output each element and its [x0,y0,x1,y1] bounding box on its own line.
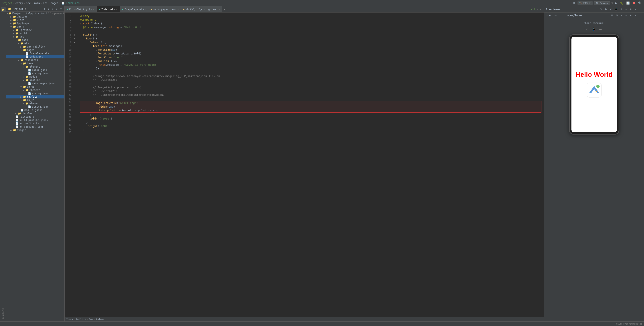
tree-gitignore[interactable]: ▶ 📄 .gitignore [6,115,64,119]
device-more-btn[interactable]: ••• [599,28,602,31]
close-tree-icon[interactable]: ✕ [59,7,63,11]
tree-src[interactable]: ▼ 📁 src [6,35,64,38]
tree-colorjson[interactable]: ▶ 📄 color.json [6,68,64,72]
breadcrumb-project[interactable]: Project [2,2,12,5]
collapse-icon[interactable]: ≡ [47,7,50,11]
tree-zh-cn[interactable]: ▼ 📁 zh_CN [6,98,64,102]
tree-en-us[interactable]: ▼ 📁 en_US [6,85,64,88]
tab-indexets[interactable]: ● Index.ets ✕ [97,6,120,13]
tree-modulejson[interactable]: ▶ 📄 module.json5 [6,108,64,112]
tree-main[interactable]: ▼ 📁 main [6,38,64,42]
tree-appscope[interactable]: ▶ 📁 AppScope [6,22,64,25]
tree-mainpages[interactable]: ▶ 📄 main_pages.json [6,82,64,85]
tree-idea[interactable]: ▶ 📁 .idea [6,18,64,22]
activity-project[interactable]: 📁 [1,7,6,12]
preview-orient-icon[interactable]: ⤢ [609,8,612,11]
project-dropdown-arrow[interactable]: ▼ [25,8,26,10]
breadcrumb-ets[interactable]: ets [43,2,48,5]
tab-close-indexets[interactable]: ✕ [116,8,118,11]
tabs-more[interactable]: ▼ [222,8,227,11]
settings-icon[interactable]: ⚙ [572,1,576,5]
prev-device-btn[interactable]: ◁ [586,28,588,31]
no-devices-button[interactable]: No Devices [594,1,610,5]
breadcrumb-entry[interactable]: entry [16,2,23,5]
tree-entryability[interactable]: ▶ 📁 entryability [6,45,64,48]
settings-tree-icon[interactable]: ⚙ [54,7,58,11]
tab-entryability[interactable]: ● EntryAbility.ts ✕ [65,6,97,13]
preview-multi-icon[interactable]: ⊟ [615,14,618,17]
sync-icon[interactable]: ⊕ [43,7,46,11]
tab-close-entryability[interactable]: ✕ [93,8,94,11]
tab-zhcnstring[interactable]: ● zh_CN\...\string.json ✕ [181,6,222,13]
tab-icon-imagepage: ● [122,8,123,11]
tree-media[interactable]: ▶ 📁 media [6,75,64,78]
tree-stringjson-enus[interactable]: ▶ 📄 string.json [6,92,64,95]
tree-base[interactable]: ▼ 📁 base [6,62,64,65]
profile-button[interactable]: 📊 [626,1,630,5]
run-button[interactable]: ▶ [614,1,618,5]
tree-element[interactable]: ▶ 📁 element [6,65,64,68]
tree-element-enus[interactable]: ▶ 📁 element [6,88,64,92]
tree-preview[interactable]: ▶ 📁 .preview [6,28,64,32]
tree-ets[interactable]: ▼ 📁 ets [6,42,64,45]
tree-pages[interactable]: ▼ 📁 pages [6,48,64,52]
preview-fit2-icon[interactable]: ⤡ [634,14,637,17]
tab-imagepage[interactable]: ● ImagePage.ets ✕ [120,6,149,13]
status-index[interactable]: Index [66,318,73,320]
tree-build[interactable]: ▶ 📁 build [6,32,64,35]
device-icon-btn[interactable]: 📱 [592,27,596,31]
tree-hvigor[interactable]: ▶ 📁 .hvigor [6,15,64,18]
tab-mainpages[interactable]: ● main_pages.json ✕ [149,6,181,13]
preview-more2-icon[interactable]: ⋯ [638,14,642,17]
check-icon[interactable]: ✓ 1 [530,7,536,11]
tree-root[interactable]: ▼ 📁 Project [MyApplication] D:\suyou\del… [6,12,64,15]
preview-chevron-icon[interactable]: ∨ [620,14,623,17]
code-editor[interactable]: @Entry @Component struct Index { @State … [77,13,544,317]
preview-device-icon[interactable]: 📱 [614,8,618,11]
preview-fit-icon[interactable]: ⤡ [634,8,637,11]
status-column[interactable]: Column [96,318,104,320]
tree-resources[interactable]: ▼ 📁 resources [6,58,64,62]
tree-stringjson[interactable]: ▶ 📄 string.json [6,72,64,75]
tree-profile[interactable]: ▼ 📁 profile [6,78,64,82]
breadcrumb-src[interactable]: src [26,2,31,5]
entry-dropdown[interactable]: 🔨 entry ▼ [578,1,592,5]
preview-grid-icon[interactable]: ⊞ [620,8,623,11]
preview-refresh-icon[interactable]: ↻ [604,8,608,11]
preview-more-icon[interactable]: ⋯ [638,8,642,11]
tab-close-imagepage[interactable]: ✕ [145,8,147,11]
preview-zoom-out-icon[interactable]: □ [624,8,628,11]
tree-entry[interactable]: ▼ 📁 entry [6,25,64,28]
tree-rawfile[interactable]: ▶ 📁 rawfile [6,95,64,98]
tree-ohostest[interactable]: ▶ 📁 ohosTest [6,112,64,115]
preview-zoom2-icon[interactable]: ⊕ [629,14,632,17]
preview-layout-icon[interactable]: ⊞ [610,14,614,17]
tab-close-mainpages[interactable]: ✕ [178,8,179,11]
sort-icon[interactable]: ↕ [51,7,54,11]
status-row[interactable]: Row [89,318,93,320]
tree-element-zhcn[interactable]: ▶ 📁 element [6,102,64,105]
status-build[interactable]: build() [76,318,86,320]
tree-indexets[interactable]: ▶ 📄 Index.ets [6,55,64,58]
bookmarks-label[interactable]: Bookmarks [2,307,4,320]
tree-buildprofile[interactable]: ▶ 📄 build-profile.json5 [6,119,64,122]
tree-imagepage[interactable]: ▶ 📄 ImagePage.ets [6,52,64,55]
tree-stringjson-zhcn[interactable]: ▶ 📄 string.json [6,105,64,108]
breadcrumb-pages[interactable]: pages [51,2,58,5]
code-line-22: // .interpolation(ImageInterpolation.Hig… [80,93,542,97]
tree-ohpackage[interactable]: ▶ 📄 oh-package.json5 [6,125,64,129]
search-button[interactable]: 🔍 [637,1,642,5]
breadcrumb-main[interactable]: main [34,2,40,5]
preview-font-icon[interactable]: Tr [599,8,603,11]
tree-hvigorfile[interactable]: ▶ 📄 hvigorfile.ts [6,122,64,125]
debug-button[interactable]: 🐛 [619,1,624,5]
tree-hvigor-bottom[interactable]: ▶ 📁 hvigor [6,129,64,132]
breadcrumb-file[interactable]: 📄 Index.ets [62,2,80,5]
highlighted-block: Image($rawfile('ArkUI.png')) .width(250)… [80,101,542,113]
dropdown-arrow[interactable]: ▼ [612,2,613,5]
preview-square-icon[interactable]: □ [624,14,628,17]
stop-button[interactable]: ⏹ [632,1,636,5]
preview-zoom-in-icon[interactable]: ⊕ [629,8,632,11]
root-label: Project [MyApplication] [12,12,47,15]
tab-close-zhcnstring[interactable]: ✕ [218,8,220,11]
